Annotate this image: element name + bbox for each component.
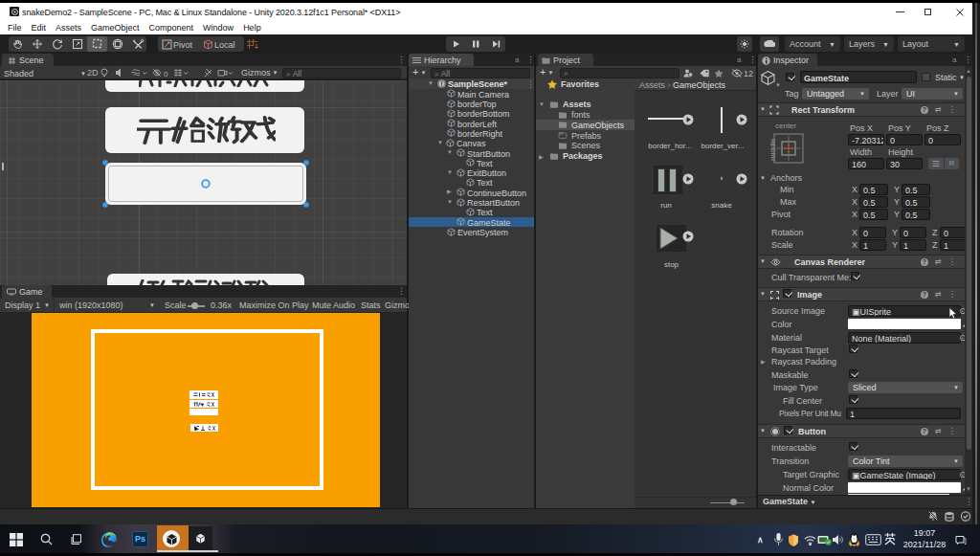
svg-text:0: 0 [164, 70, 168, 78]
svg-text:12: 12 [744, 69, 753, 78]
